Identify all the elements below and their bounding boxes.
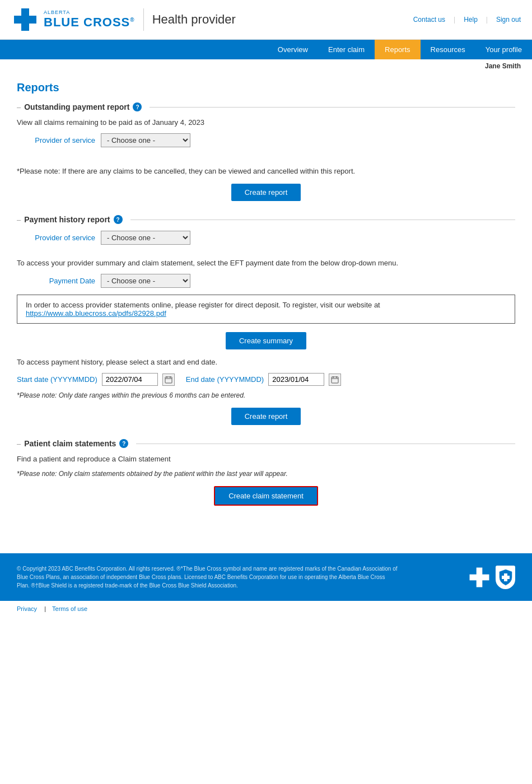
payment-history-provider-row: Provider of service - Choose one - [17,231,515,245]
outstanding-dash: – [17,103,21,111]
privacy-link[interactable]: Privacy [17,605,37,612]
patient-claims-desc2: *Please note: Only claim statements obta… [17,470,515,478]
footer-copyright: © Copyright 2023 ABC Benefits Corporatio… [17,564,398,590]
header-left: ALBERTA BLUE CROSS® Health provider [11,6,236,34]
outstanding-note: *Please note: If there are any claims to… [17,167,515,175]
payment-history-dash: – [17,216,21,224]
header-title: Health provider [152,12,236,27]
svg-rect-2 [165,377,172,383]
logo-alberta-text: ALBERTA [44,10,135,15]
start-date-input[interactable] [102,373,158,386]
payment-history-section: – Payment history report ? Provider of s… [17,215,515,425]
logo-text: ALBERTA BLUE CROSS® [44,10,135,30]
patient-claims-section-header: – Patient claim statements ? [17,439,515,448]
end-date-label: End date (YYYYMMDD) [186,375,264,384]
outstanding-section-label: Outstanding payment report [24,102,129,111]
page-title: Reports [17,81,515,94]
patient-claims-help-icon[interactable]: ? [119,439,128,448]
user-bar: Jane Smith [0,59,532,73]
nav-overview[interactable]: Overview [268,40,318,59]
header: ALBERTA BLUE CROSS® Health provider Cont… [0,0,532,40]
create-claim-btn-wrapper: Create claim statement [17,486,515,506]
info-box: In order to access provider statements o… [17,295,515,324]
payment-history-help-icon[interactable]: ? [114,215,123,224]
outstanding-create-btn-container: Create report [17,184,515,201]
outstanding-provider-label: Provider of service [17,136,95,144]
outstanding-help-icon[interactable]: ? [133,102,142,111]
patient-claims-dash: – [17,440,21,448]
logo-bluecross-text: BLUE CROSS® [44,15,135,30]
info-box-text: In order to access provider statements o… [26,301,380,309]
svg-rect-6 [332,377,338,383]
nav-bar: Overview Enter claim Reports Resources Y… [0,40,532,59]
nav-resources[interactable]: Resources [421,40,475,59]
footer-links: Privacy | Terms of use [0,601,532,617]
payment-history-create-btn-container: Create report [17,408,515,425]
contact-us-link[interactable]: Contact us [413,16,445,24]
patient-claims-divider-line [136,444,515,444]
payment-history-create-report-button[interactable]: Create report [231,408,301,425]
outstanding-description: View all claims remaining to be paid as … [17,118,515,127]
patient-claims-section-label: Patient claim statements [24,439,116,448]
sign-out-link[interactable]: Sign out [496,16,521,24]
main-content: Reports – Outstanding payment report ? V… [0,73,532,536]
outstanding-divider-line [150,107,515,108]
payment-history-provider-select[interactable]: - Choose one - [101,231,190,245]
svg-rect-13 [502,576,510,579]
end-date-input[interactable] [268,373,324,386]
outstanding-create-report-button[interactable]: Create report [231,184,301,201]
header-right: Contact us | Help | Sign out [413,16,521,24]
access-history-desc: To access payment history, please select… [17,358,515,366]
start-date-label: Start date (YYYYMMDD) [17,375,97,384]
create-summary-button[interactable]: Create summary [226,332,306,349]
nav-enter-claim[interactable]: Enter claim [318,40,375,59]
end-date-calendar-icon[interactable] [329,374,341,386]
logo-icon [11,6,39,34]
payment-date-label: Payment Date [17,277,95,285]
payment-history-section-header: – Payment history report ? [17,215,515,224]
payment-date-select[interactable]: - Choose one - [101,274,190,288]
patient-claims-desc1: Find a patient and reproduce a Claim sta… [17,455,515,463]
outstanding-section: – Outstanding payment report ? View all … [17,102,515,201]
start-date-group: Start date (YYYYMMDD) [17,373,175,386]
nav-your-profile[interactable]: Your profile [475,40,532,59]
payment-history-provider-label: Provider of service [17,234,95,242]
payment-history-section-label: Payment history report [24,215,110,224]
info-box-link[interactable]: https://www.ab.bluecross.ca/pdfs/82928.p… [26,309,166,318]
logo-area: ALBERTA BLUE CROSS® [11,6,135,34]
payment-history-divider-line [130,220,516,220]
create-summary-btn-container: Create summary [17,332,515,349]
svg-rect-11 [470,574,489,580]
nav-reports[interactable]: Reports [375,40,421,59]
footer-logos [469,566,515,589]
payment-date-row: Payment Date - Choose one - [17,274,515,288]
outstanding-provider-select[interactable]: - Choose one - [101,133,190,147]
date-range-row: Start date (YYYYMMDD) End date (YYYYMMDD… [17,373,515,386]
payment-history-eft-desc: To access your provider summary and clai… [17,259,515,267]
footer: © Copyright 2023 ABC Benefits Corporatio… [0,553,532,601]
footer-cross-icon [469,567,490,588]
start-date-calendar-icon[interactable] [162,374,175,386]
end-date-group: End date (YYYYMMDD) [186,373,341,386]
footer-shield-icon [496,566,515,589]
outstanding-section-header: – Outstanding payment report ? [17,102,515,111]
patient-claims-section: – Patient claim statements ? Find a pati… [17,439,515,506]
create-claim-statement-button[interactable]: Create claim statement [214,486,318,506]
date-range-note: *Please note: Only date ranges within th… [17,391,515,399]
outstanding-provider-row: Provider of service - Choose one - [17,133,515,147]
terms-link[interactable]: Terms of use [52,605,87,612]
help-link[interactable]: Help [464,16,478,24]
username: Jane Smith [485,62,521,70]
header-divider [143,8,144,31]
svg-rect-1 [14,16,36,24]
